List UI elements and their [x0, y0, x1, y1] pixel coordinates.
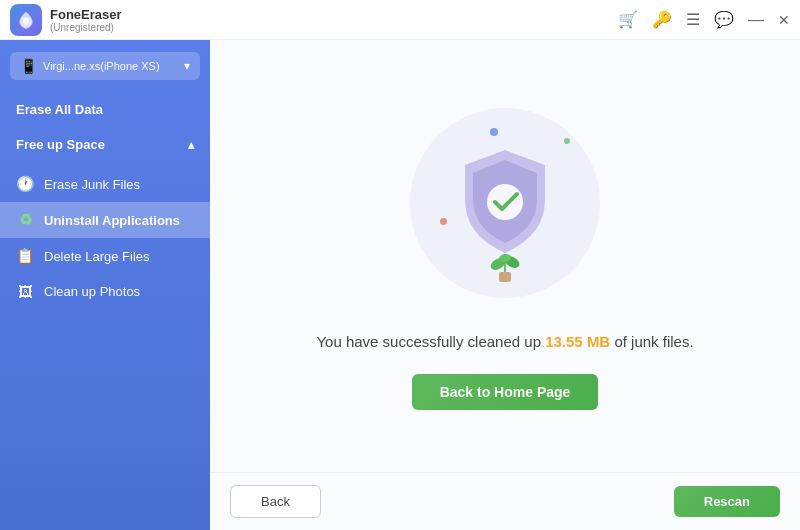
success-amount: 13.55 MB	[545, 333, 610, 350]
chat-icon[interactable]: 💬	[714, 10, 734, 29]
rescan-button[interactable]: Rescan	[674, 486, 780, 517]
svg-point-2	[487, 184, 523, 220]
dot-decoration-3	[564, 138, 570, 144]
illustration-container	[395, 103, 615, 303]
device-icon: 📱	[20, 58, 37, 74]
sidebar-item-delete-large[interactable]: 📋 Delete Large Files	[0, 238, 210, 274]
minimize-icon[interactable]: —	[748, 11, 764, 29]
dot-decoration-2	[440, 218, 447, 225]
main-layout: 📱 Virgi...ne.xs(iPhone XS) ▾ Erase All D…	[0, 40, 800, 530]
svg-point-1	[23, 18, 29, 24]
titlebar: FoneEraser (Unregistered) 🛒 🔑 ☰ 💬 — ✕	[0, 0, 800, 40]
dot-decoration-1	[490, 128, 498, 136]
app-logo	[10, 4, 42, 36]
plant-decoration	[483, 246, 527, 288]
close-icon[interactable]: ✕	[778, 12, 790, 28]
sidebar-item-clean-photos[interactable]: 🖼 Clean up Photos	[0, 274, 210, 309]
circle-bg	[410, 108, 600, 298]
app-name: FoneEraser	[50, 7, 122, 22]
app-sub: (Unregistered)	[50, 22, 122, 33]
file-icon: 📋	[16, 247, 34, 265]
sidebar-item-erase-junk[interactable]: 🕐 Erase Junk Files	[0, 166, 210, 202]
titlebar-right: 🛒 🔑 ☰ 💬 — ✕	[618, 10, 790, 29]
content-body: You have successfully cleaned up 13.55 M…	[210, 40, 800, 472]
cart-icon[interactable]: 🛒	[618, 10, 638, 29]
device-selector[interactable]: 📱 Virgi...ne.xs(iPhone XS) ▾	[10, 52, 200, 80]
sidebar-group-free-up[interactable]: Free up Space ▴	[0, 127, 210, 158]
back-to-home-button[interactable]: Back to Home Page	[412, 374, 599, 410]
sidebar-item-uninstall-apps[interactable]: ♻ Uninstall Applications	[0, 202, 210, 238]
app-name-block: FoneEraser (Unregistered)	[50, 7, 122, 33]
sidebar-section: 🕐 Erase Junk Files ♻ Uninstall Applicati…	[0, 158, 210, 317]
chevron-up-icon: ▴	[188, 138, 194, 152]
sidebar-item-erase-all[interactable]: Erase All Data	[0, 92, 210, 127]
device-name: Virgi...ne.xs(iPhone XS)	[43, 60, 160, 72]
chevron-down-icon: ▾	[184, 59, 190, 73]
sidebar: 📱 Virgi...ne.xs(iPhone XS) ▾ Erase All D…	[0, 40, 210, 530]
recycle-icon: ♻	[16, 211, 34, 229]
titlebar-left: FoneEraser (Unregistered)	[10, 4, 122, 36]
content-area: You have successfully cleaned up 13.55 M…	[210, 40, 800, 530]
key-icon[interactable]: 🔑	[652, 10, 672, 29]
shield-illustration	[455, 145, 555, 260]
content-footer: Back Rescan	[210, 472, 800, 530]
success-message: You have successfully cleaned up 13.55 M…	[316, 333, 693, 350]
svg-rect-3	[499, 272, 511, 282]
clock-icon: 🕐	[16, 175, 34, 193]
back-button[interactable]: Back	[230, 485, 321, 518]
menu-icon[interactable]: ☰	[686, 10, 700, 29]
photo-icon: 🖼	[16, 283, 34, 300]
